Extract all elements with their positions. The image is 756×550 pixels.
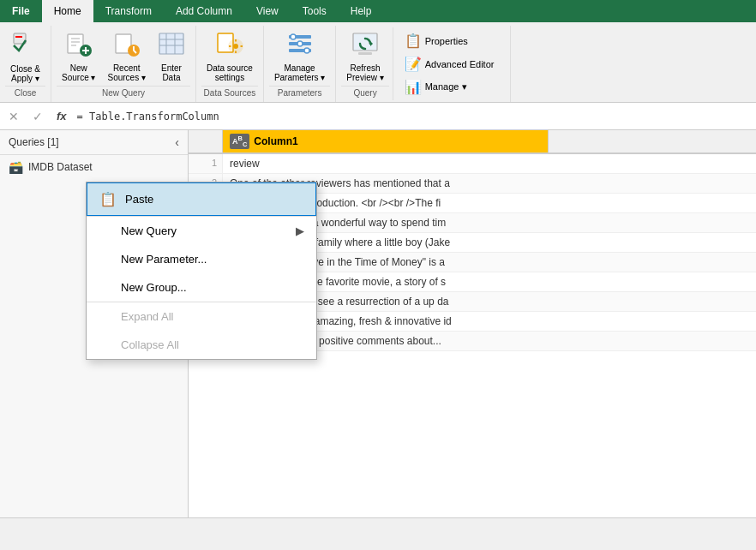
context-menu-new-query[interactable]: New Query ▶ [87, 217, 316, 245]
tab-view[interactable]: View [244, 0, 291, 22]
svg-point-26 [291, 34, 296, 39]
paste-label: Paste [125, 193, 153, 206]
context-menu-collapse-all: Collapse All [87, 331, 316, 359]
column1-header[interactable]: ABC Column1 [223, 130, 549, 152]
collapse-all-label: Collapse All [121, 338, 179, 351]
tab-add-column[interactable]: Add Column [164, 0, 244, 22]
formula-bar: ✕ ✓ fx = Table.TransformColumn [0, 103, 756, 130]
enter-data-label: EnterData [161, 63, 182, 82]
table-row[interactable]: 1 review [189, 154, 756, 174]
manage-label: Manage ▾ [425, 81, 467, 93]
column1-label: Column1 [254, 135, 297, 147]
svg-point-18 [233, 44, 238, 49]
formula-confirm-button[interactable]: ✓ [29, 108, 46, 125]
list-item[interactable]: 🗃️ IMDB Dataset [0, 155, 188, 179]
paste-icon: 📋 [99, 191, 117, 207]
parameters-group-items: ManageParameters ▾ [269, 27, 330, 86]
context-menu-new-group[interactable]: New Group... [87, 273, 316, 302]
manage-icon: 📊 [405, 79, 422, 95]
manage-parameters-icon [286, 30, 314, 62]
queries-panel: Queries [1] ‹ 🗃️ IMDB Dataset 📋 Paste Ne… [0, 130, 189, 517]
new-source-icon [65, 30, 93, 62]
new-query-arrow-icon: ▶ [296, 224, 304, 237]
properties-label: Properties [425, 36, 468, 46]
ribbon-group-parameters: ManageParameters ▾ Parameters [264, 26, 336, 102]
query-item-label: IMDB Dataset [28, 161, 93, 173]
context-menu-expand-all: Expand All [87, 302, 316, 331]
tab-transform[interactable]: Transform [93, 0, 164, 22]
cell-value: review [223, 154, 549, 173]
ribbon-tabs-bar: File Home Transform Add Column View Tool… [0, 0, 756, 22]
manage-parameters-label: ManageParameters ▾ [274, 63, 325, 82]
context-menu-paste[interactable]: 📋 Paste [87, 182, 316, 216]
expand-all-label: Expand All [121, 310, 173, 323]
new-source-button[interactable]: NewSource ▾ [57, 27, 100, 85]
svg-rect-31 [358, 52, 372, 55]
queries-header: Queries [1] ‹ [0, 130, 188, 155]
properties-icon: 📋 [405, 33, 422, 49]
formula-input[interactable]: = Table.TransformColumn [77, 111, 751, 123]
new-query-cm-label: New Query [121, 224, 177, 237]
recent-sources-button[interactable]: RecentSources ▾ [102, 27, 150, 85]
grid-header: ABC Column1 [189, 130, 756, 154]
advanced-editor-label: Advanced Editor [425, 59, 495, 69]
manage-button[interactable]: 📊 Manage ▾ [400, 76, 499, 98]
enter-data-button[interactable]: EnterData [153, 27, 190, 85]
formula-fx-label: fx [53, 108, 70, 124]
queries-collapse-button[interactable]: ‹ [175, 135, 179, 149]
query-side-items: 📋 Properties 📝 Advanced Editor 📊 Manage … [393, 27, 506, 100]
context-menu: 📋 Paste New Query ▶ New Parameter... New… [86, 182, 317, 360]
data-source-settings-icon [216, 30, 243, 62]
data-source-settings-button[interactable]: Data sourcesettings [201, 27, 258, 85]
ribbon-body: Close &Apply ▾ Close Ne [0, 22, 756, 103]
new-query-group-label: New Query [57, 86, 190, 100]
refresh-preview-button[interactable]: RefreshPreview ▾ [341, 27, 388, 85]
tab-help[interactable]: Help [339, 0, 384, 22]
svg-rect-11 [159, 33, 183, 54]
refresh-preview-icon [351, 30, 379, 62]
refresh-preview-label: RefreshPreview ▾ [346, 63, 383, 82]
context-menu-new-parameter[interactable]: New Parameter... [87, 245, 316, 273]
ribbon-group-data-sources: Data sourcesettings Data Sources [196, 26, 264, 102]
tab-tools[interactable]: Tools [291, 0, 339, 22]
data-sources-group-label: Data Sources [201, 86, 258, 100]
advanced-editor-icon: 📝 [405, 56, 422, 72]
enter-data-icon [158, 30, 185, 62]
row-num: 1 [189, 154, 223, 173]
close-group-items: Close &Apply ▾ [5, 27, 45, 86]
main-area: Queries [1] ‹ 🗃️ IMDB Dataset 📋 Paste Ne… [0, 130, 756, 517]
svg-point-27 [297, 41, 303, 46]
query-item-icon: 🗃️ [9, 160, 23, 174]
row-num-header [189, 130, 223, 152]
ribbon-group-query: RefreshPreview ▾ Query 📋 Properties 📝 Ad… [336, 26, 511, 102]
new-source-label: NewSource ▾ [62, 63, 95, 82]
close-apply-icon [12, 30, 39, 63]
query-group-items: RefreshPreview ▾ [341, 27, 388, 86]
new-parameter-label: New Parameter... [121, 253, 207, 266]
close-group-label: Close [5, 86, 45, 100]
parameters-group-label: Parameters [269, 86, 330, 100]
close-apply-label: Close &Apply ▾ [10, 64, 40, 83]
ribbon-group-new-query: NewSource ▾ RecentSources ▾ [51, 26, 196, 102]
new-query-group-items: NewSource ▾ RecentSources ▾ [57, 27, 190, 86]
new-group-label: New Group... [121, 281, 187, 294]
recent-sources-label: RecentSources ▾ [107, 63, 145, 82]
data-source-settings-label: Data sourcesettings [207, 63, 253, 82]
close-apply-button[interactable]: Close &Apply ▾ [5, 27, 45, 86]
data-sources-group-items: Data sourcesettings [201, 27, 258, 86]
svg-point-28 [304, 48, 309, 53]
advanced-editor-button[interactable]: 📝 Advanced Editor [400, 53, 499, 75]
formula-cancel-button[interactable]: ✕ [5, 108, 22, 125]
recent-sources-icon [113, 30, 141, 62]
tab-home[interactable]: Home [42, 0, 93, 22]
tab-file[interactable]: File [0, 0, 42, 22]
ribbon-group-close: Close &Apply ▾ Close [0, 26, 51, 102]
column-type-icon: ABC [230, 134, 249, 149]
query-group-label: Query [341, 86, 388, 100]
properties-button[interactable]: 📋 Properties [400, 30, 499, 51]
status-bar [0, 517, 756, 522]
queries-title: Queries [1] [9, 136, 59, 148]
manage-parameters-button[interactable]: ManageParameters ▾ [269, 27, 330, 85]
